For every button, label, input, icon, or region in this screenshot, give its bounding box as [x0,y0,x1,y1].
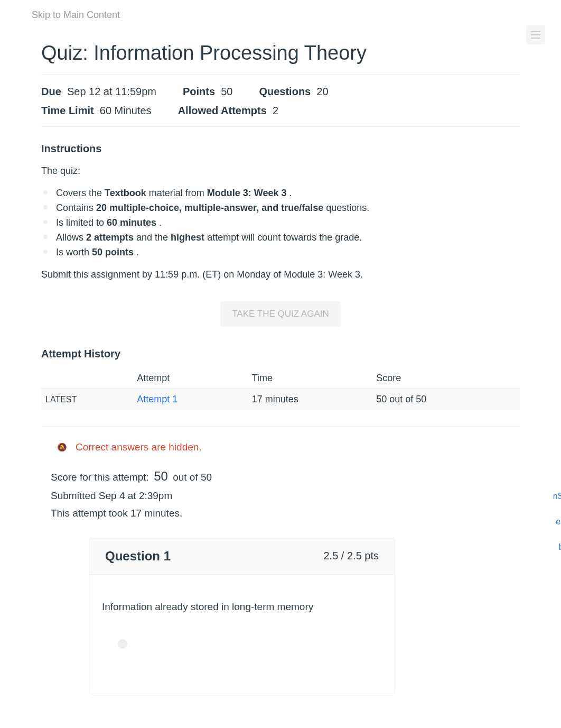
list-item: Allows 2 attempts and the highest attemp… [46,231,520,245]
take-quiz-again-button[interactable]: TAKE THE QUIZ AGAIN [220,301,341,327]
answer-radio-icon [118,639,127,649]
question-points: 2.5 / 2.5 pts [323,550,379,562]
divider [41,126,520,127]
score-out-of: out of 50 [173,472,212,483]
muted-icon: 🔕 [57,443,67,452]
score-value: 50 [154,469,168,483]
col-attempt: Attempt [137,368,251,389]
list-item: Contains 20 multiple-choice, multiple-an… [46,201,520,216]
list-item: Is worth 50 points . [46,245,520,260]
attempt-history-table: Attempt Time Score LATEST Attempt 1 17 m… [41,368,520,410]
side-links: nSO/juma ertycham berty.ele [553,484,561,560]
instructions-heading: Instructions [41,143,520,155]
page-title: Quiz: Information Processing Theory [41,42,520,64]
time-limit-label: Time Limit [41,105,94,116]
time-limit-value: 60 Minutes [100,105,152,116]
quiz-meta: Due Sep 12 at 11:59pm Points 50 Question… [41,82,520,120]
question-title: Question 1 [105,549,171,564]
hidden-answers-text: Correct answers are hidden. [76,441,202,453]
side-link[interactable]: ertycham [556,517,561,526]
score-label: Score for this attempt: [51,472,149,483]
duration-text: This attempt took 17 minutes. [51,505,510,522]
attempt-score: 50 out of 50 [376,389,520,411]
skip-to-main-link[interactable]: Skip to Main Content [0,0,561,21]
attempts-value: 2 [273,105,278,116]
side-link[interactable]: berty.ele [559,542,561,551]
col-score: Score [376,368,520,389]
attempt-history-heading: Attempt History [41,348,520,360]
due-value: Sep 12 at 11:59pm [67,86,156,97]
due-label: Due [41,86,61,97]
instructions-list: Covers the Textbook material from Module… [41,186,520,260]
col-time: Time [252,368,377,389]
table-row: LATEST Attempt 1 17 minutes 50 out of 50 [41,389,520,411]
questions-label: Questions [259,86,311,97]
hidden-answers-banner: 🔕 Correct answers are hidden. [41,434,520,460]
divider [41,74,520,75]
attempts-label: Allowed Attempts [178,105,267,116]
question-card: Question 1 2.5 / 2.5 pts Information alr… [89,538,395,694]
list-item: Covers the Textbook material from Module… [46,186,520,201]
score-block: Score for this attempt: 50 out of 50 Sub… [41,460,520,537]
instructions-intro: The quiz: [41,165,520,177]
points-label: Points [183,86,215,97]
attempt-time: 17 minutes [252,389,377,411]
submitted-text: Submitted Sep 4 at 2:39pm [51,487,510,504]
divider [41,426,520,427]
instructions-footer: Submit this assignment by 11:59 p.m. (ET… [41,269,520,280]
side-link[interactable]: nSO/juma [553,492,561,501]
attempt-link[interactable]: Attempt 1 [137,394,177,404]
question-text: Information already stored in long-term … [102,601,382,613]
list-item: Is limited to 60 minutes . [46,216,520,231]
points-value: 50 [221,86,232,97]
questions-value: 20 [316,86,328,97]
col-status [41,368,137,389]
attempt-status: LATEST [41,389,137,411]
